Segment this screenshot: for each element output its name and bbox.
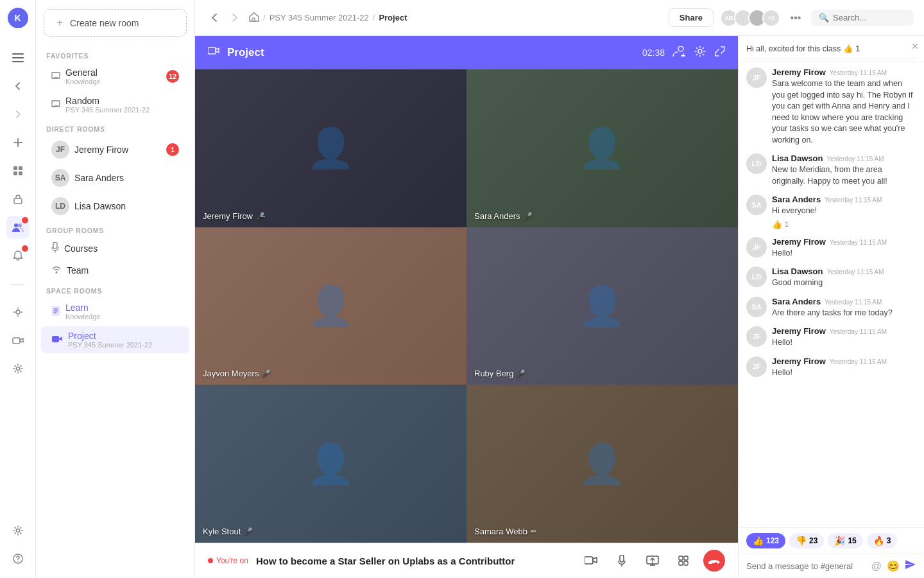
emoji-icon[interactable]: 😊 bbox=[887, 560, 900, 572]
lock-icon[interactable] bbox=[6, 188, 30, 211]
chat-close-button[interactable]: ✕ bbox=[911, 41, 919, 51]
help-icon[interactable] bbox=[6, 547, 30, 570]
jeremy-name: Jeremy Firow bbox=[74, 144, 161, 155]
svg-rect-34 bbox=[620, 555, 624, 562]
jeremy-time4: Yesterday 11:15 AM bbox=[830, 358, 887, 365]
sidebar-item-learn[interactable]: Learn Knowledge bbox=[41, 298, 189, 325]
random-room-sub: PSY 345 Summer 2021-22 bbox=[65, 106, 179, 114]
search-input[interactable] bbox=[833, 13, 906, 22]
breadcrumb-space[interactable]: PSY 345 Summer 2021-22 bbox=[270, 13, 369, 22]
svg-rect-0 bbox=[12, 53, 24, 55]
forward-nav-arrow[interactable] bbox=[226, 9, 244, 27]
create-room-label: Create new room bbox=[70, 18, 139, 28]
sara-sender: Sara Anders bbox=[772, 195, 821, 204]
screen-share-btn[interactable] bbox=[642, 550, 663, 572]
main-area: / PSY 345 Summer 2021-22 / Project Share… bbox=[195, 0, 924, 578]
svg-point-9 bbox=[18, 223, 22, 227]
user-avatar[interactable]: K bbox=[8, 8, 28, 28]
reaction-fire[interactable]: 🔥 3 bbox=[867, 533, 898, 548]
svg-rect-4 bbox=[19, 166, 22, 170]
group-rooms-label: GROUP ROOMS bbox=[36, 220, 194, 237]
space-rooms-label: SPACE ROOMS bbox=[36, 281, 194, 297]
chat-input[interactable] bbox=[746, 561, 866, 571]
svg-point-22 bbox=[56, 272, 58, 274]
svg-point-19 bbox=[17, 561, 18, 562]
send-button[interactable] bbox=[905, 559, 916, 573]
settings-icon[interactable] bbox=[694, 46, 706, 60]
wifi-icon bbox=[51, 265, 62, 276]
sidebar-item-jeremy[interactable]: JF Jeremy Firow 1 bbox=[41, 136, 189, 163]
sidebar-item-project[interactable]: Project PSY 345 Summer 2021-22 bbox=[41, 326, 189, 353]
add-icon[interactable] bbox=[6, 131, 30, 154]
jeremy-text2: Hello! bbox=[772, 248, 916, 259]
sidebar-item-courses[interactable]: Courses bbox=[41, 238, 189, 259]
video-room-title-icon bbox=[208, 47, 219, 58]
mic-toggle-btn[interactable] bbox=[611, 550, 633, 572]
expand-icon[interactable] bbox=[715, 46, 725, 60]
reaction-thumbsup[interactable]: 👍 123 bbox=[746, 533, 785, 548]
at-icon[interactable]: @ bbox=[871, 561, 882, 572]
sidebar-item-general[interactable]: General Knowledge 12 bbox=[41, 63, 189, 90]
sidebar-item-sara[interactable]: SA Sara Anders bbox=[41, 164, 189, 191]
back-icon[interactable] bbox=[6, 74, 30, 98]
video-cell-jeremy: 👤 Jeremy Firow 🎤̶ bbox=[195, 69, 466, 227]
chat-message-jeremy2: JF Jeremy Firow Yesterday 11:15 AM Hello… bbox=[746, 237, 916, 259]
content-area: Project 02:38 👤 bbox=[195, 36, 924, 578]
sidebar-item-team[interactable]: Team bbox=[41, 260, 189, 280]
random-room-name: Random bbox=[65, 96, 179, 106]
bell-icon[interactable] bbox=[6, 244, 30, 267]
jeremy-msg-avatar2: JF bbox=[746, 237, 767, 258]
lisa-text: New to Meridian, from the area originall… bbox=[772, 164, 916, 187]
participant-name-jayvon: Jayvon Meyers 🎤 bbox=[203, 369, 271, 378]
people-icon[interactable] bbox=[6, 216, 30, 239]
reaction-thumbsdown[interactable]: 👎 23 bbox=[789, 533, 824, 548]
team-name: Team bbox=[67, 265, 179, 276]
forward-icon[interactable] bbox=[6, 103, 30, 126]
participant-name-kyle: Kyle Stout 🎤 bbox=[203, 527, 253, 536]
lisa-avatar: LD bbox=[51, 197, 69, 215]
sara-time: Yesterday 11:15 AM bbox=[825, 197, 882, 204]
jeremy-sender2: Jeremy Firow bbox=[772, 237, 826, 247]
camera-icon[interactable] bbox=[6, 329, 30, 352]
thumbsdown-count: 23 bbox=[809, 536, 817, 545]
chat-message-sara1: SA Sara Anders Yesterday 11:15 AM Hi eve… bbox=[746, 195, 916, 229]
reaction-party[interactable]: 🎉 15 bbox=[828, 533, 862, 548]
home-icon[interactable] bbox=[249, 12, 259, 24]
back-nav-arrow[interactable] bbox=[205, 9, 223, 27]
video-toggle-btn[interactable] bbox=[580, 550, 602, 572]
participant-name-sara: Sara Anders 🎤 bbox=[474, 211, 533, 221]
chat-messages: JF Jeremy Firow Yesterday 11:15 AM Sara … bbox=[739, 62, 924, 527]
more-options-button[interactable]: ••• bbox=[787, 9, 805, 27]
svg-rect-28 bbox=[252, 18, 255, 21]
sparkle-icon[interactable] bbox=[6, 301, 30, 324]
grid-view-btn[interactable] bbox=[672, 550, 694, 572]
project-sub: PSY 345 Summer 2021-22 bbox=[68, 341, 179, 349]
participant-name-samara: Samara Webb ✏ bbox=[474, 527, 536, 536]
share-button[interactable]: Share bbox=[669, 8, 714, 27]
sidebar-item-random[interactable]: Random PSY 345 Summer 2021-22 bbox=[41, 91, 189, 118]
jeremy-sender4: Jeremy Firow bbox=[772, 356, 826, 366]
bottom-actions bbox=[580, 550, 725, 572]
chat-message-jeremy1: JF Jeremy Firow Yesterday 11:15 AM Sara … bbox=[746, 67, 916, 146]
svg-rect-3 bbox=[13, 166, 17, 170]
chat-message-sara2: SA Sara Anders Yesterday 11:15 AM Are th… bbox=[746, 297, 916, 319]
menu-icon[interactable] bbox=[6, 46, 30, 69]
svg-rect-6 bbox=[19, 171, 22, 175]
chat-input-area: @ 😊 bbox=[739, 554, 924, 578]
fire-emoji: 🔥 bbox=[873, 536, 884, 546]
svg-point-16 bbox=[16, 367, 19, 371]
gear-icon[interactable] bbox=[6, 519, 30, 542]
avatar-more: +2 bbox=[762, 9, 780, 27]
end-call-btn[interactable] bbox=[703, 550, 725, 572]
jeremy-sender3: Jeremy Firow bbox=[772, 326, 826, 336]
sidebar-item-lisa[interactable]: LD Lisa Dawson bbox=[41, 193, 189, 220]
chat-message-jeremy3: JF Jeremy Firow Yesterday 11:15 AM Hello… bbox=[746, 326, 916, 349]
create-room-button[interactable]: ＋ Create new room bbox=[44, 9, 187, 37]
kyle-mic-icon: 🎤 bbox=[244, 527, 253, 536]
add-participant-icon[interactable] bbox=[672, 46, 685, 60]
you-on-badge: You're on bbox=[208, 556, 248, 565]
grid-icon[interactable] bbox=[6, 159, 30, 182]
svg-rect-39 bbox=[679, 556, 683, 560]
settings2-icon[interactable] bbox=[6, 357, 30, 380]
sara-text2: Are there any tasks for me today? bbox=[772, 308, 916, 319]
